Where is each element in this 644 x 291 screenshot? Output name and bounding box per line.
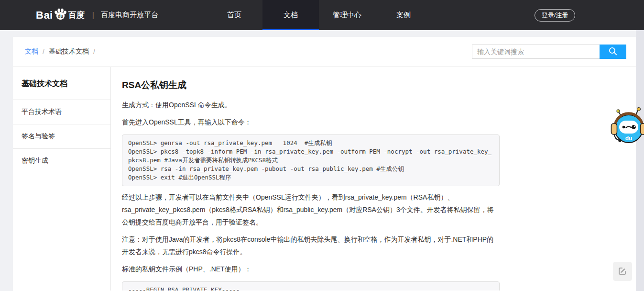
sidebar-item-sign-verify[interactable]: 签名与验签 <box>13 124 110 149</box>
breadcrumb-separator: / <box>93 48 95 56</box>
code-line: OpenSSL> pkcs8 -topk8 -inform PEM -in rs… <box>128 147 493 165</box>
sidebar-item-key-generation[interactable]: 密钥生成 <box>13 149 110 173</box>
code-block-openssl-commands: OpenSSL> genrsa -out rsa_private_key.pem… <box>122 134 500 186</box>
page-title: RSA公私钥生成 <box>122 79 500 91</box>
baidu-logo[interactable]: Bai du 百度 | 百度电商开放平台 <box>36 9 158 22</box>
sidebar-header-basic-docs[interactable]: 基础技术文档 <box>13 67 110 100</box>
search-input[interactable] <box>472 45 600 59</box>
nav-item-cases[interactable]: 案例 <box>375 0 432 30</box>
sidebar: 基础技术文档 平台技术术语 签名与验签 密钥生成 <box>13 67 111 291</box>
mascot-du-label: du <box>625 135 633 142</box>
paragraph-key-example-label: 标准的私钥文件示例（PHP、.NET使用）： <box>122 263 500 275</box>
nav-item-home[interactable]: 首页 <box>206 0 262 30</box>
baidu-paw-icon: du <box>54 8 67 20</box>
logo-text-cn: 百度 <box>68 10 85 21</box>
code-line: OpenSSL> genrsa -out rsa_private_key.pem… <box>128 139 493 147</box>
code-line: OpenSSL> rsa -in rsa_private_key.pem -pu… <box>128 165 493 173</box>
login-register-button[interactable]: 登录/注册 <box>535 9 575 22</box>
feedback-edit-button[interactable] <box>613 262 632 281</box>
code-line: OpenSSL> exit #退出OpenSSL程序 <box>128 173 493 182</box>
doc-body: 基础技术文档 平台技术术语 签名与验签 密钥生成 RSA公私钥生成 生成方式：使… <box>13 67 636 291</box>
code-block-private-key-example: -----BEGIN RSA PRIVATE KEY----- MIICXQIB… <box>122 281 500 291</box>
logo-text-du: du <box>57 13 63 18</box>
paragraph-openssl-intro: 首先进入OpenSSL工具，再输入以下命令： <box>122 116 500 128</box>
breadcrumb-separator: / <box>43 48 44 56</box>
paragraph-java-note: 注意：对于使用Java的开发者，将pkcs8在console中输出的私钥去除头尾… <box>122 233 500 258</box>
breadcrumb-docs-link[interactable]: 文档 <box>25 47 38 56</box>
breadcrumb: 文档 / 基础技术文档 / <box>25 47 99 56</box>
breadcrumb-row: 文档 / 基础技术文档 / <box>13 37 636 67</box>
logo-product-name: 百度电商开放平台 <box>101 11 158 20</box>
main-nav: 首页 文档 管理中心 案例 <box>206 0 432 30</box>
top-navbar: Bai du 百度 | 百度电商开放平台 首页 文档 管理中心 案例 登录/注册 <box>0 0 644 30</box>
edit-icon <box>618 266 627 277</box>
logo-text-bai: Bai <box>36 9 53 22</box>
search-bar <box>472 45 626 59</box>
nav-item-console[interactable]: 管理中心 <box>319 0 375 30</box>
scrollbar-track[interactable] <box>636 30 644 291</box>
nav-item-docs[interactable]: 文档 <box>262 0 319 30</box>
doc-content: RSA公私钥生成 生成方式：使用OpenSSL命令生成。 首先进入OpenSSL… <box>111 67 636 291</box>
code-line: -----BEGIN RSA PRIVATE KEY----- <box>128 286 493 291</box>
paragraph-generation-method: 生成方式：使用OpenSSL命令生成。 <box>122 99 500 111</box>
paragraph-result-files: 经过以上步骤，开发者可以在当前文件夹中（OpenSSL运行文件夹），看到rsa_… <box>122 191 500 228</box>
search-button[interactable] <box>600 45 626 59</box>
du-robot-mascot[interactable]: du <box>611 106 644 144</box>
sidebar-item-platform-terms[interactable]: 平台技术术语 <box>13 100 110 124</box>
search-icon <box>608 46 618 58</box>
page-container: 文档 / 基础技术文档 / 基础技术文档 平台技术术语 签名与验签 密钥生成 <box>13 37 636 291</box>
breadcrumb-current-section: 基础技术文档 <box>49 47 89 56</box>
logo-divider: | <box>92 11 94 20</box>
